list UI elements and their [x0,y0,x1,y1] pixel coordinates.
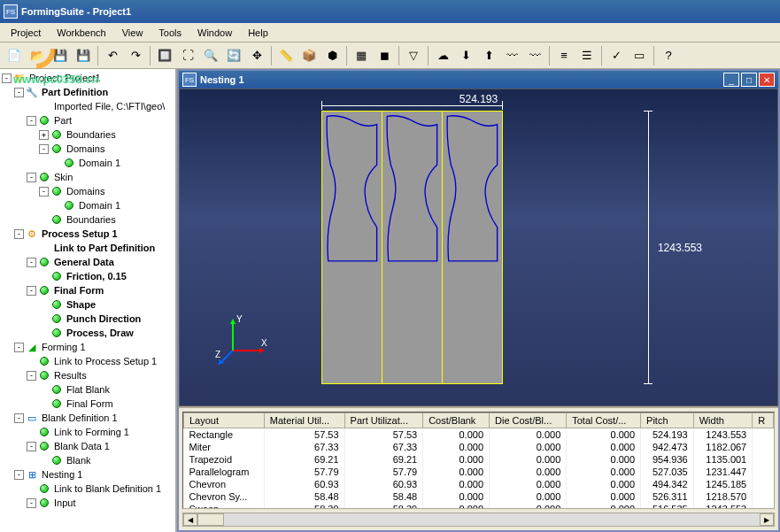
tree-node[interactable]: Punch Direction [2,312,174,326]
tree-node[interactable]: -General Data [2,255,174,269]
column-header[interactable]: Layout [184,413,265,428]
tree-toggle[interactable]: - [27,498,36,508]
tree-node[interactable]: -🔧Part Definition [2,85,174,99]
pan-button[interactable]: ✥ [246,45,267,66]
menu-help[interactable]: Help [241,26,275,40]
tree-node[interactable]: -Skin [2,170,174,184]
minimize-button[interactable]: _ [723,73,739,87]
tree-node[interactable]: -Blank Data 1 [2,439,174,453]
save-button[interactable]: 💾 [50,45,71,66]
column-header[interactable]: Cost/Blank [423,413,490,428]
table-row[interactable]: Chevron Sy...58.4858.480.0000.0000.00052… [184,490,774,503]
tree-node[interactable]: Final Form [2,397,174,411]
table-row[interactable]: Chevron60.9360.930.0000.0000.000494.3421… [184,478,774,490]
zoom-box-button[interactable]: 🔲 [154,45,175,66]
new-button[interactable]: 📄 [4,45,25,66]
undo-button[interactable]: ↶ [102,45,123,66]
menu-project[interactable]: Project [4,26,48,40]
column-header[interactable]: Width [693,413,753,428]
tree-toggle[interactable]: - [39,187,49,197]
table-row[interactable]: Rectangle57.5357.530.0000.0000.000524.19… [184,428,774,442]
results-table[interactable]: LayoutMaterial Util...Part Utilizat...Co… [183,412,774,509]
tree-node[interactable]: Domain 1 [2,198,174,212]
column-header[interactable]: Part Utilizat... [344,413,423,428]
table-row[interactable]: Sweep58.3958.390.0000.0000.000516.535124… [184,503,774,509]
rotate-button[interactable]: 🔄 [223,45,244,66]
redo-button[interactable]: ↷ [125,45,146,66]
viewport-3d[interactable]: 524.193 1243.553 X Y [179,89,778,406]
cloud-button[interactable]: ☁ [432,45,453,66]
tree-node[interactable]: -Part [2,113,174,127]
project-tree[interactable]: -📁Project: Project1-🔧Part DefinitionImpo… [0,69,177,532]
tree-toggle[interactable]: - [27,286,36,296]
cylinder-button[interactable]: ⬢ [321,45,343,66]
column-header[interactable]: Material Util... [264,413,344,428]
tree-node[interactable]: -◢Forming 1 [2,340,174,354]
tree-node[interactable]: -⚙Process Setup 1 [2,227,174,241]
menu-tools[interactable]: Tools [151,26,189,40]
tree-node[interactable]: -⊞Nesting 1 [2,467,174,482]
curve-o-button[interactable]: 〰 [524,45,545,66]
tree-node[interactable]: Flat Blank [2,382,174,397]
tree-toggle[interactable]: - [27,371,36,381]
scroll-right-button[interactable]: ▶ [760,513,774,526]
shaded-button[interactable]: ◼ [374,45,395,66]
tree-node[interactable]: -Domains [2,184,174,198]
tree-toggle[interactable]: + [39,130,49,140]
tree-toggle[interactable]: - [27,258,36,267]
column-header[interactable]: Total Cost/... [567,413,641,428]
curve-r-button[interactable]: 〰 [501,45,522,66]
tree-node[interactable]: Shape [2,297,174,312]
box3d-button[interactable]: 📦 [298,45,320,66]
tree-node[interactable]: -Results [2,368,174,382]
open-button[interactable]: 📂 [27,45,48,66]
layer-button[interactable]: ≡ [553,45,575,66]
column-header[interactable]: Die Cost/Bl... [490,413,567,428]
tree-toggle[interactable]: - [14,88,24,97]
table-row[interactable]: Trapezoid69.2169.210.0000.0000.000954.93… [184,453,774,466]
tree-node[interactable]: Friction, 0.15 [2,269,174,283]
tree-node[interactable]: Imported File, C:\FTI\geo\ [2,99,174,113]
maximize-button[interactable]: □ [741,73,757,87]
scroll-left-button[interactable]: ◀ [183,513,197,526]
table-row[interactable]: Miter67.3367.330.0000.0000.000942.473118… [184,441,774,453]
wireframe-button[interactable]: ▦ [351,45,372,66]
menu-workbench[interactable]: Workbench [50,26,112,40]
table-row[interactable]: Parallelogram57.7957.790.0000.0000.00052… [184,466,774,478]
tree-toggle[interactable]: - [14,413,24,423]
list-button[interactable]: ☰ [576,45,598,66]
tree-node[interactable]: Boundaries [2,212,174,227]
tree-node[interactable]: Link to Blank Definition 1 [2,482,174,496]
horizontal-scrollbar[interactable]: ◀ ▶ [182,513,775,527]
tree-node[interactable]: -Domains [2,142,174,156]
check-button[interactable]: ✓ [606,45,627,66]
help-button[interactable]: ? [658,45,679,66]
sheet-button[interactable]: ▭ [629,45,650,66]
menu-view[interactable]: View [115,26,151,40]
tree-node[interactable]: -📁Project: Project1 [2,71,174,85]
export-button[interactable]: ⬆ [478,45,499,66]
import-button[interactable]: ⬇ [455,45,476,66]
filter-button[interactable]: ▽ [403,45,424,66]
scroll-thumb[interactable] [197,513,224,526]
column-header[interactable]: R [753,413,774,428]
save-all-button[interactable]: 💾 [73,45,94,66]
tree-toggle[interactable]: - [27,442,36,451]
tree-toggle[interactable]: - [39,144,49,154]
tree-node[interactable]: -▭Blank Definition 1 [2,411,174,425]
tree-node[interactable]: Domain 1 [2,156,174,170]
tree-toggle[interactable]: - [14,229,24,239]
zoom-fit-button[interactable]: ⛶ [177,45,198,66]
tree-node[interactable]: Process, Draw [2,326,174,340]
close-button[interactable]: ✕ [759,73,775,87]
tree-toggle[interactable]: - [27,173,36,182]
tree-node[interactable]: Link to Process Setup 1 [2,354,174,368]
tree-node[interactable]: -Input [2,496,174,510]
tree-toggle[interactable]: - [27,116,36,126]
measure-button[interactable]: 📏 [275,45,297,66]
tree-node[interactable]: Link to Forming 1 [2,425,174,439]
tree-node[interactable]: Blank [2,453,174,467]
tree-node[interactable]: -Final Form [2,283,174,297]
column-header[interactable]: Pitch [641,413,694,428]
tree-toggle[interactable]: - [14,343,24,352]
